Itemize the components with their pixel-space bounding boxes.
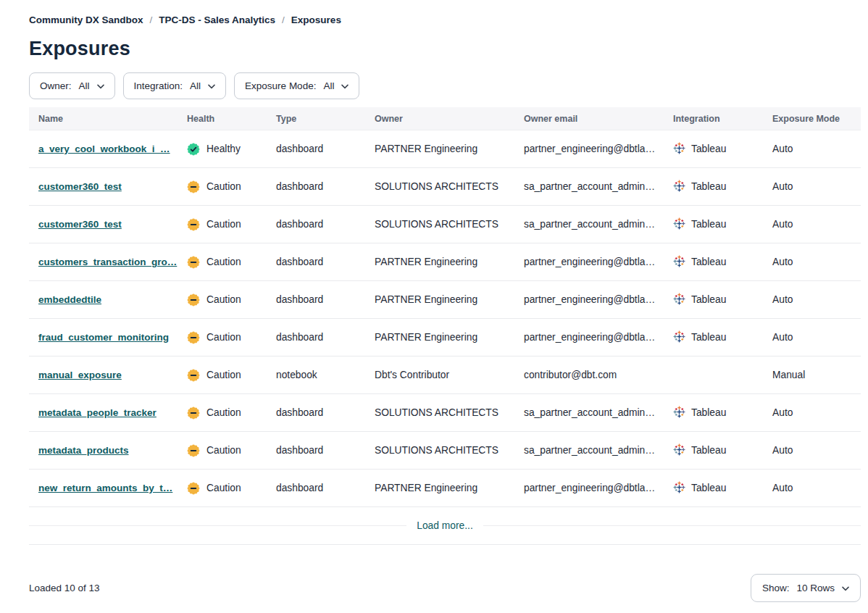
integration-badge: Tableau: [673, 406, 726, 420]
exposure-mode-cell: Auto: [763, 394, 861, 431]
exposure-name-link[interactable]: metadata_people_tracker: [38, 407, 157, 418]
minus-seal-icon: [187, 406, 200, 420]
health-cell: Caution: [178, 470, 267, 506]
tableau-icon: [673, 330, 685, 345]
integration-label: Tableau: [691, 219, 726, 230]
filter-exposure-mode[interactable]: Exposure Mode:All: [234, 72, 359, 99]
health-badge: Healthy: [187, 143, 241, 156]
health-cell: Caution: [178, 432, 267, 469]
integration-cell: Tableau: [664, 281, 763, 318]
table-row: fraud_customer_monitoringCautiondashboar…: [29, 319, 861, 356]
column-header-3: Owner: [365, 107, 514, 130]
integration-badge: Tableau: [673, 142, 726, 157]
name-cell: manual_exposure: [29, 356, 178, 393]
health-label: Caution: [206, 294, 241, 305]
health-cell: Caution: [178, 243, 267, 280]
exposure-mode-cell: Auto: [763, 319, 861, 356]
exposure-name-link[interactable]: a_very_cool_workbook_i_…: [38, 143, 170, 154]
integration-label: Tableau: [691, 257, 726, 267]
name-cell: customer360_test: [29, 206, 178, 243]
column-header-2: Type: [267, 107, 365, 130]
owner-cell: PARTNER Engineering: [365, 281, 514, 318]
integration-badge: Tableau: [673, 255, 726, 270]
exposure-name-link[interactable]: customer360_test: [38, 219, 122, 230]
exposure-name-link[interactable]: embeddedtile: [38, 294, 101, 305]
health-badge: Caution: [187, 218, 241, 231]
tableau-icon: [673, 217, 685, 232]
owner-email-cell: partner_engineering@dbtla…: [514, 281, 664, 318]
health-cell: Caution: [178, 356, 267, 393]
name-cell: metadata_people_tracker: [29, 394, 178, 431]
exposure-name-link[interactable]: fraud_customer_monitoring: [38, 332, 169, 343]
exposure-name-link[interactable]: manual_exposure: [38, 370, 122, 380]
divider: [29, 525, 406, 526]
health-badge: Caution: [187, 482, 241, 495]
exposure-mode-cell: Auto: [763, 243, 861, 280]
integration-label: Tableau: [691, 407, 726, 418]
chevron-down-icon: [208, 80, 215, 91]
health-label: Healthy: [206, 143, 241, 154]
integration-cell: Tableau: [664, 432, 763, 469]
owner-cell: PARTNER Engineering: [365, 319, 514, 356]
minus-seal-icon: [187, 218, 200, 231]
breadcrumb-item-1[interactable]: Community DX Sandbox: [29, 14, 143, 25]
owner-cell: Dbt's Contributor: [365, 356, 514, 393]
exposure-name-link[interactable]: customers_transaction_gro…: [38, 257, 177, 267]
exposures-table: NameHealthTypeOwnerOwner emailIntegratio…: [29, 107, 861, 545]
health-badge: Caution: [187, 180, 241, 193]
filter-integration[interactable]: Integration:All: [123, 72, 227, 99]
integration-cell: Tableau: [664, 206, 763, 243]
filter-label: Integration:: [134, 80, 183, 91]
table-row: new_return_amounts_by_t…Cautiondashboard…: [29, 470, 861, 507]
health-badge: Caution: [187, 444, 241, 457]
tableau-icon: [673, 443, 685, 458]
type-cell: notebook: [267, 356, 365, 393]
table-header: NameHealthTypeOwnerOwner emailIntegratio…: [29, 107, 861, 130]
health-label: Caution: [206, 332, 241, 343]
minus-seal-icon: [187, 369, 200, 382]
filter-owner[interactable]: Owner:All: [29, 72, 115, 99]
filter-value: All: [79, 80, 90, 91]
name-cell: customers_transaction_gro…: [29, 243, 178, 280]
name-cell: customer360_test: [29, 168, 178, 205]
exposure-name-link[interactable]: new_return_amounts_by_t…: [38, 483, 172, 493]
exposure-mode-cell: Auto: [763, 281, 861, 318]
minus-seal-icon: [187, 293, 200, 306]
column-header-4: Owner email: [514, 107, 664, 130]
integration-badge: Tableau: [673, 330, 726, 345]
integration-badge: Tableau: [673, 180, 726, 194]
integration-cell: Tableau: [664, 243, 763, 280]
exposure-mode-cell: Auto: [763, 130, 861, 167]
breadcrumb: Community DX Sandbox/TPC-DS - Sales Anal…: [29, 14, 861, 25]
integration-label: Tableau: [691, 181, 726, 192]
exposure-mode-cell: Auto: [763, 206, 861, 243]
filter-value: All: [190, 80, 201, 91]
health-cell: Caution: [178, 319, 267, 356]
type-cell: dashboard: [267, 168, 365, 205]
column-header-5: Integration: [664, 107, 763, 130]
type-cell: dashboard: [267, 281, 365, 318]
health-cell: Caution: [178, 394, 267, 431]
health-label: Caution: [206, 219, 241, 230]
minus-seal-icon: [187, 482, 200, 495]
check-seal-icon: [187, 143, 200, 156]
chevron-down-icon: [341, 80, 349, 91]
exposure-name-link[interactable]: metadata_products: [38, 445, 129, 456]
integration-badge: Tableau: [673, 293, 726, 307]
exposure-name-link[interactable]: customer360_test: [38, 181, 122, 192]
name-cell: fraud_customer_monitoring: [29, 319, 178, 356]
filter-label: Owner:: [40, 80, 72, 91]
show-rows-button[interactable]: Show: 10 Rows: [751, 574, 861, 602]
health-label: Caution: [206, 483, 241, 493]
type-cell: dashboard: [267, 432, 365, 469]
owner-cell: SOLUTIONS ARCHITECTS: [365, 432, 514, 469]
owner-cell: SOLUTIONS ARCHITECTS: [365, 394, 514, 431]
load-more-link[interactable]: Load more...: [417, 520, 472, 531]
breadcrumb-separator: /: [150, 14, 153, 25]
minus-seal-icon: [187, 444, 200, 457]
integration-cell: [664, 356, 763, 393]
breadcrumb-item-2[interactable]: TPC-DS - Sales Analytics: [159, 14, 275, 25]
tableau-icon: [673, 481, 685, 496]
health-label: Caution: [206, 445, 241, 456]
owner-email-cell: contributor@dbt.com: [514, 356, 664, 393]
